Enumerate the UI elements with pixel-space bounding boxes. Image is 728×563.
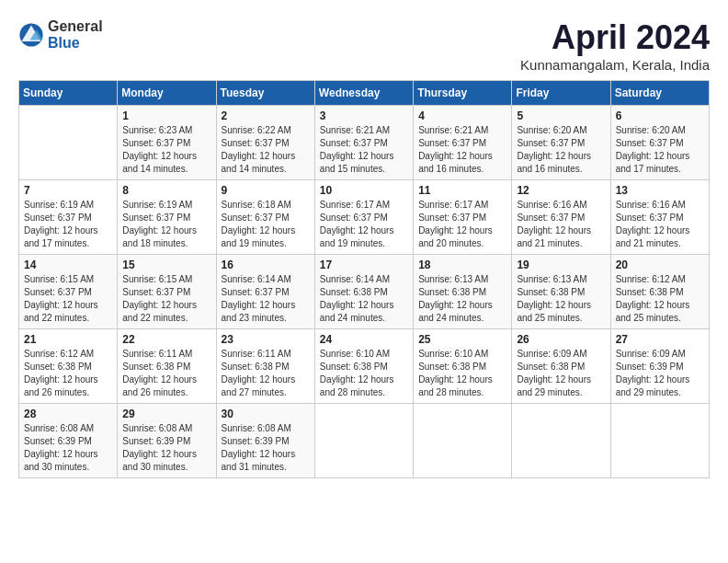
day-number: 7 [24, 184, 112, 197]
calendar-cell: 26Sunrise: 6:09 AMSunset: 6:38 PMDayligh… [512, 329, 610, 404]
day-number: 4 [418, 109, 506, 122]
day-number: 18 [418, 259, 506, 271]
day-info: Sunrise: 6:21 AMSunset: 6:37 PMDaylight:… [320, 124, 408, 176]
logo-icon [18, 22, 44, 48]
calendar-cell: 7Sunrise: 6:19 AMSunset: 6:37 PMDaylight… [19, 180, 118, 255]
day-number: 27 [616, 333, 704, 346]
day-info: Sunrise: 6:14 AMSunset: 6:38 PMDaylight:… [320, 273, 408, 325]
day-number: 15 [122, 259, 210, 271]
day-number: 21 [24, 333, 112, 346]
day-info: Sunrise: 6:16 AMSunset: 6:37 PMDaylight:… [517, 199, 605, 250]
day-number: 10 [320, 184, 408, 197]
day-info: Sunrise: 6:20 AMSunset: 6:37 PMDaylight:… [616, 124, 704, 176]
day-number: 16 [222, 259, 310, 271]
day-number: 22 [122, 333, 210, 346]
calendar-cell: 24Sunrise: 6:10 AMSunset: 6:38 PMDayligh… [314, 329, 413, 404]
calendar-cell: 25Sunrise: 6:10 AMSunset: 6:38 PMDayligh… [414, 329, 512, 404]
day-number: 26 [517, 333, 605, 346]
calendar-cell: 22Sunrise: 6:11 AMSunset: 6:38 PMDayligh… [118, 329, 216, 404]
calendar-cell: 2Sunrise: 6:22 AMSunset: 6:37 PMDaylight… [216, 106, 314, 180]
calendar-week-row: 14Sunrise: 6:15 AMSunset: 6:37 PMDayligh… [19, 255, 710, 329]
day-info: Sunrise: 6:10 AMSunset: 6:38 PMDaylight:… [320, 348, 408, 399]
logo: General Blue [18, 18, 103, 51]
weekday-row: SundayMondayTuesdayWednesdayThursdayFrid… [19, 81, 710, 106]
day-number: 1 [122, 109, 210, 122]
header: General Blue April 2024 Kunnamangalam, K… [18, 18, 710, 73]
day-info: Sunrise: 6:21 AMSunset: 6:37 PMDaylight:… [418, 124, 506, 176]
calendar-cell: 13Sunrise: 6:16 AMSunset: 6:37 PMDayligh… [610, 180, 709, 255]
day-number: 13 [616, 184, 704, 197]
calendar-cell: 10Sunrise: 6:17 AMSunset: 6:37 PMDayligh… [314, 180, 413, 255]
month-title: April 2024 [520, 18, 710, 57]
day-info: Sunrise: 6:08 AMSunset: 6:39 PMDaylight:… [24, 422, 112, 474]
day-info: Sunrise: 6:16 AMSunset: 6:37 PMDaylight:… [616, 199, 704, 250]
day-number: 6 [616, 109, 704, 122]
day-info: Sunrise: 6:09 AMSunset: 6:39 PMDaylight:… [616, 348, 704, 399]
day-info: Sunrise: 6:14 AMSunset: 6:37 PMDaylight:… [222, 273, 310, 325]
day-number: 2 [222, 109, 310, 122]
calendar-cell: 20Sunrise: 6:12 AMSunset: 6:38 PMDayligh… [610, 255, 709, 329]
day-info: Sunrise: 6:20 AMSunset: 6:37 PMDaylight:… [517, 124, 605, 176]
calendar-week-row: 28Sunrise: 6:08 AMSunset: 6:39 PMDayligh… [19, 404, 710, 478]
calendar-cell [610, 404, 709, 478]
calendar-cell: 27Sunrise: 6:09 AMSunset: 6:39 PMDayligh… [610, 329, 709, 404]
day-info: Sunrise: 6:12 AMSunset: 6:38 PMDaylight:… [616, 273, 704, 325]
weekday-header: Saturday [610, 81, 709, 106]
day-info: Sunrise: 6:09 AMSunset: 6:38 PMDaylight:… [517, 348, 605, 399]
day-info: Sunrise: 6:12 AMSunset: 6:38 PMDaylight:… [24, 348, 112, 399]
calendar-cell: 11Sunrise: 6:17 AMSunset: 6:37 PMDayligh… [414, 180, 512, 255]
day-info: Sunrise: 6:08 AMSunset: 6:39 PMDaylight:… [122, 422, 210, 474]
day-info: Sunrise: 6:19 AMSunset: 6:37 PMDaylight:… [122, 199, 210, 250]
day-number: 23 [222, 333, 310, 346]
calendar-week-row: 21Sunrise: 6:12 AMSunset: 6:38 PMDayligh… [19, 329, 710, 404]
title-area: April 2024 Kunnamangalam, Kerala, India [520, 18, 710, 73]
calendar-cell: 21Sunrise: 6:12 AMSunset: 6:38 PMDayligh… [19, 329, 118, 404]
calendar-cell: 29Sunrise: 6:08 AMSunset: 6:39 PMDayligh… [118, 404, 216, 478]
calendar-header: SundayMondayTuesdayWednesdayThursdayFrid… [19, 81, 710, 106]
logo-general: General [48, 18, 103, 35]
day-number: 28 [24, 408, 112, 420]
calendar-week-row: 1Sunrise: 6:23 AMSunset: 6:37 PMDaylight… [19, 106, 710, 180]
calendar-cell: 12Sunrise: 6:16 AMSunset: 6:37 PMDayligh… [512, 180, 610, 255]
weekday-header: Wednesday [314, 81, 413, 106]
day-number: 11 [418, 184, 506, 197]
day-info: Sunrise: 6:17 AMSunset: 6:37 PMDaylight:… [320, 199, 408, 250]
day-number: 9 [222, 184, 310, 197]
calendar-cell: 18Sunrise: 6:13 AMSunset: 6:38 PMDayligh… [414, 255, 512, 329]
calendar-cell [19, 106, 118, 180]
calendar-cell: 8Sunrise: 6:19 AMSunset: 6:37 PMDaylight… [118, 180, 216, 255]
day-number: 5 [517, 109, 605, 122]
calendar-cell: 5Sunrise: 6:20 AMSunset: 6:37 PMDaylight… [512, 106, 610, 180]
weekday-header: Sunday [19, 81, 118, 106]
day-info: Sunrise: 6:11 AMSunset: 6:38 PMDaylight:… [222, 348, 310, 399]
calendar-cell [512, 404, 610, 478]
day-info: Sunrise: 6:18 AMSunset: 6:37 PMDaylight:… [222, 199, 310, 250]
day-info: Sunrise: 6:17 AMSunset: 6:37 PMDaylight:… [418, 199, 506, 250]
location-title: Kunnamangalam, Kerala, India [520, 57, 710, 73]
calendar-cell: 14Sunrise: 6:15 AMSunset: 6:37 PMDayligh… [19, 255, 118, 329]
day-number: 24 [320, 333, 408, 346]
day-info: Sunrise: 6:11 AMSunset: 6:38 PMDaylight:… [122, 348, 210, 399]
day-info: Sunrise: 6:10 AMSunset: 6:38 PMDaylight:… [418, 348, 506, 399]
calendar-cell: 16Sunrise: 6:14 AMSunset: 6:37 PMDayligh… [216, 255, 314, 329]
day-number: 30 [222, 408, 310, 420]
calendar-cell: 28Sunrise: 6:08 AMSunset: 6:39 PMDayligh… [19, 404, 118, 478]
day-info: Sunrise: 6:19 AMSunset: 6:37 PMDaylight:… [24, 199, 112, 250]
day-info: Sunrise: 6:22 AMSunset: 6:37 PMDaylight:… [222, 124, 310, 176]
day-number: 19 [517, 259, 605, 271]
day-info: Sunrise: 6:08 AMSunset: 6:39 PMDaylight:… [222, 422, 310, 474]
calendar-cell [414, 404, 512, 478]
calendar-week-row: 7Sunrise: 6:19 AMSunset: 6:37 PMDaylight… [19, 180, 710, 255]
day-info: Sunrise: 6:23 AMSunset: 6:37 PMDaylight:… [122, 124, 210, 176]
day-number: 29 [122, 408, 210, 420]
day-number: 3 [320, 109, 408, 122]
calendar-cell: 17Sunrise: 6:14 AMSunset: 6:38 PMDayligh… [314, 255, 413, 329]
day-number: 12 [517, 184, 605, 197]
calendar-cell: 9Sunrise: 6:18 AMSunset: 6:37 PMDaylight… [216, 180, 314, 255]
day-info: Sunrise: 6:15 AMSunset: 6:37 PMDaylight:… [122, 273, 210, 325]
calendar-cell [314, 404, 413, 478]
day-number: 20 [616, 259, 704, 271]
calendar-cell: 19Sunrise: 6:13 AMSunset: 6:38 PMDayligh… [512, 255, 610, 329]
calendar-cell: 3Sunrise: 6:21 AMSunset: 6:37 PMDaylight… [314, 106, 413, 180]
calendar-cell: 6Sunrise: 6:20 AMSunset: 6:37 PMDaylight… [610, 106, 709, 180]
